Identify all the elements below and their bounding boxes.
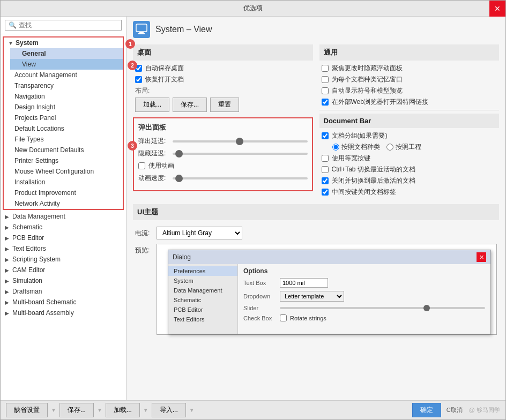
group-docs-label: 文档分组(如果需要): [332, 131, 388, 140]
inner-checkbox[interactable]: [280, 314, 287, 321]
inner-system-item[interactable]: System: [168, 276, 237, 286]
tree-item-new-doc[interactable]: New Document Defaults: [10, 145, 123, 155]
inner-slider-label: Slider: [243, 305, 276, 311]
inner-pcb-item[interactable]: PCB Editor: [168, 305, 237, 314]
tree-item-mouse-wheel[interactable]: Mouse Wheel Configuration: [10, 166, 123, 177]
cancel-text[interactable]: C取消: [447, 406, 463, 414]
tree-item-multiboard-asm[interactable]: ▶ Multi-board Assembly: [1, 308, 126, 318]
inner-dialog-left: Preferences System Data Management Schem…: [168, 264, 238, 334]
tree-label-installation: Installation: [14, 178, 118, 186]
hide-delay-thumb[interactable]: [175, 150, 183, 158]
load-button[interactable]: 加载...: [135, 98, 169, 112]
inner-dialog-title: Dialog: [173, 253, 191, 261]
tree-item-view[interactable]: View: [10, 59, 123, 70]
hide-float-checkbox[interactable]: [322, 65, 329, 72]
panel-header: System – View: [133, 21, 499, 38]
defaults-button[interactable]: 缺省设置: [6, 403, 48, 417]
tree-label-text-editors: Text Editors: [12, 245, 122, 252]
current-theme-row: 电流: Altium Light Gray: [135, 227, 497, 239]
tree-item-cam-editor[interactable]: ▶ CAM Editor: [1, 265, 126, 275]
right-panel: System – View 桌面 自动保存桌面 恢复打开文档: [126, 17, 505, 400]
radio-by-project-text: 按照工程: [396, 142, 421, 152]
radio-by-project[interactable]: [386, 144, 393, 151]
tree-arrow-cam: ▶: [5, 267, 12, 273]
tree-item-printer[interactable]: Printer Settings: [10, 155, 123, 166]
layout-row: 布局:: [135, 86, 311, 95]
browser-checkbox[interactable]: [322, 99, 329, 106]
tree-item-simulation[interactable]: ▶ Simulation: [1, 275, 126, 286]
anim-speed-slider[interactable]: [173, 177, 308, 179]
inner-schematic-item[interactable]: Schematic: [168, 295, 237, 305]
auto-show-checkbox[interactable]: [322, 87, 329, 94]
import-button[interactable]: 导入...: [152, 403, 186, 417]
middle-btn-checkbox[interactable]: [322, 189, 329, 196]
radio-by-type[interactable]: [332, 144, 339, 151]
tree-item-multiboard-sch[interactable]: ▶ Multi-board Schematic: [1, 297, 126, 308]
save-button[interactable]: 保存...: [173, 98, 207, 112]
inner-dialog-body: Preferences System Data Management Schem…: [168, 264, 490, 334]
hide-delay-slider[interactable]: [173, 153, 308, 155]
tree-item-projects-panel[interactable]: Projects Panel: [10, 112, 123, 123]
tree-label-view: View: [22, 61, 36, 68]
tree-arrow-draftsman: ▶: [5, 289, 12, 295]
watermark: @ 够马同学: [469, 406, 500, 414]
tree-label-new-doc: New Document Defaults: [14, 146, 118, 154]
main-window: 优选项 ✕ 1 2 3 🔍 ▼ System: [0, 0, 506, 420]
popup-delay-thumb[interactable]: [236, 138, 243, 145]
tree-item-text-editors[interactable]: ▶ Text Editors: [1, 243, 126, 254]
inner-textbox-row: Text Box: [243, 278, 485, 288]
inner-text-item[interactable]: Text Editors: [168, 314, 237, 324]
anim-speed-thumb[interactable]: [175, 175, 183, 182]
inner-slider-thumb[interactable]: [423, 305, 430, 311]
close-last-checkbox[interactable]: [322, 177, 329, 184]
tree-item-design-insight[interactable]: Design Insight: [10, 102, 123, 112]
tree-item-pcb-editor[interactable]: ▶ PCB Editor: [1, 232, 126, 243]
search-input[interactable]: [19, 21, 118, 29]
equal-btn-checkbox[interactable]: [322, 155, 329, 162]
tree-item-system[interactable]: ▼ System: [4, 38, 123, 48]
per-doc-label: 为每个文档种类记忆窗口: [332, 75, 403, 84]
tree-item-default-locations[interactable]: Default Locations: [10, 123, 123, 134]
docbar-section-header: Document Bar: [319, 114, 500, 128]
tree-item-general[interactable]: General: [10, 48, 123, 59]
bottom-load-button[interactable]: 加载...: [106, 403, 140, 417]
dropdown-arrow-defaults: ▼: [51, 407, 56, 413]
tree-item-schematic[interactable]: ▶ Schematic: [1, 222, 126, 232]
tree-item-network[interactable]: Network Activity: [10, 198, 123, 209]
per-doc-checkbox[interactable]: [322, 76, 329, 83]
inner-dropdown-row: Dropdown Letter template: [243, 291, 485, 302]
bottom-save-button[interactable]: 保存...: [59, 403, 94, 417]
restore-checkbox[interactable]: [135, 76, 142, 83]
theme-select[interactable]: Altium Light Gray: [157, 227, 242, 239]
badge-3: 3: [128, 141, 137, 151]
search-wrap[interactable]: 🔍: [5, 20, 122, 31]
ok-button[interactable]: 确定: [412, 403, 441, 417]
tree-item-account[interactable]: Account Management: [10, 70, 123, 80]
ctrl-tab-label: Ctrl+Tab 切换最近活动的文档: [332, 165, 415, 174]
inner-checkbox-text: Rotate strings: [290, 315, 326, 321]
inner-pref-item[interactable]: Preferences: [168, 266, 237, 276]
tree-item-transparency[interactable]: Transparency: [10, 80, 123, 91]
inner-dropdown-select[interactable]: Letter template: [280, 291, 344, 302]
inner-check-group: Rotate strings: [280, 314, 326, 321]
group-docs-checkbox[interactable]: [322, 132, 329, 139]
tree-label-draftsman: Draftsman: [12, 288, 122, 295]
tree-item-file-types[interactable]: File Types: [10, 134, 123, 145]
inner-slider[interactable]: [280, 307, 485, 309]
popup-delay-slider[interactable]: [173, 140, 308, 142]
close-button[interactable]: ✕: [489, 1, 505, 17]
tree-item-scripting[interactable]: ▶ Scripting System: [1, 254, 126, 265]
tree-item-product-improve[interactable]: Product Improvement: [10, 188, 123, 198]
tree-item-navigation[interactable]: Navigation: [10, 91, 123, 102]
tree-item-data-mgmt[interactable]: ▶ Data Management: [1, 211, 126, 222]
tree-item-installation[interactable]: Installation: [10, 177, 123, 188]
use-animation-checkbox[interactable]: [138, 162, 145, 169]
inner-textbox-input[interactable]: [280, 278, 328, 288]
layout-btn-row: 加载... 保存... 重置: [135, 98, 311, 112]
tree-item-draftsman[interactable]: ▶ Draftsman: [1, 286, 126, 297]
ctrl-tab-checkbox[interactable]: [322, 166, 329, 173]
reset-button[interactable]: 重置: [210, 98, 239, 112]
inner-datamgmt-item[interactable]: Data Management: [168, 286, 237, 295]
inner-dialog-close-button[interactable]: ✕: [477, 252, 486, 262]
search-icon: 🔍: [9, 21, 17, 29]
